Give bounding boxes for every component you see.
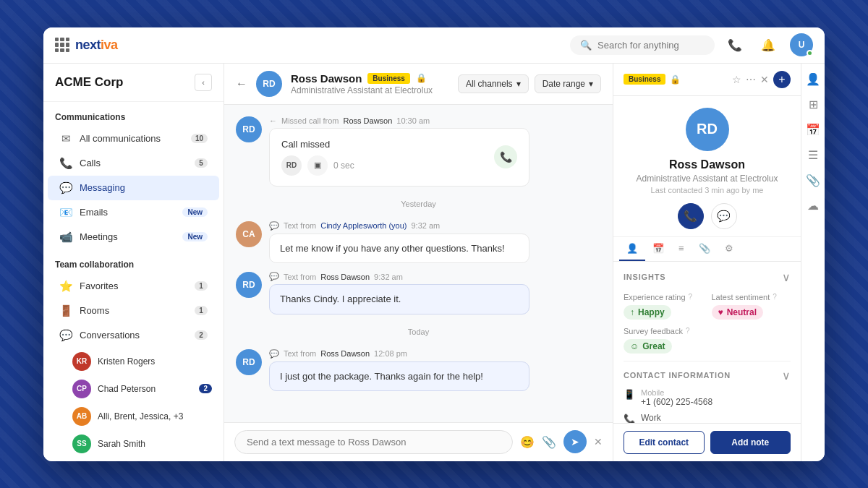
calls-badge: 5	[195, 158, 208, 168]
sidebar-item-calls[interactable]: 📞 Calls 5	[48, 151, 219, 176]
tab-settings[interactable]: ⚙	[718, 237, 741, 261]
tab-attachments[interactable]: 📎	[692, 237, 718, 261]
conv-chad-peterson[interactable]: CP Chad Peterson 2	[43, 375, 224, 403]
attachment-far-icon[interactable]: 📎	[806, 174, 820, 187]
help-icon: ?	[686, 327, 690, 335]
more-options-icon[interactable]: ⋯	[746, 74, 756, 85]
text-icon: 💬	[269, 221, 279, 231]
topbar-icons: 📞 🔔 U	[723, 33, 813, 56]
insights-collapse-icon[interactable]: ∨	[782, 270, 791, 284]
add-button[interactable]: +	[773, 71, 791, 88]
sentiment-value: ♥ Neutral	[712, 305, 763, 320]
collapse-sidebar-button[interactable]: ‹	[195, 74, 212, 91]
msg-meta: 💬 Text from Ross Dawson 9:32 am	[269, 272, 601, 281]
msg-bubble: Thanks Cindy. I appreciate it.	[269, 284, 529, 314]
sidebar-item-label: Calls	[80, 158, 187, 168]
tab-calendar[interactable]: 📅	[645, 237, 671, 261]
edit-contact-button[interactable]: Edit contact	[624, 431, 705, 454]
add-note-button[interactable]: Add note	[710, 431, 791, 454]
sidebar-item-favorites[interactable]: ⭐ Favorites 1	[48, 274, 219, 299]
contact-info-collapse-icon[interactable]: ∨	[782, 369, 791, 382]
work-icon: 📞	[624, 414, 635, 423]
conv-badge: 2	[199, 384, 212, 393]
msg-avatar: RD	[236, 116, 262, 142]
contact-avatar-large: RD	[686, 108, 729, 151]
date-range-label: Date range	[542, 79, 585, 89]
msg-time: 9:32 am	[374, 273, 403, 281]
clear-button[interactable]: ✕	[594, 436, 603, 448]
sidebar-header: ACME Corp ‹	[43, 64, 224, 102]
user-far-icon[interactable]: 👤	[806, 72, 820, 86]
rooms-badge: 1	[195, 306, 208, 315]
conv-avatar: KR	[72, 352, 91, 371]
tab-profile[interactable]: 👤	[619, 237, 645, 261]
lock-icon: 🔒	[670, 74, 681, 85]
message-action-button[interactable]: 💬	[711, 203, 737, 229]
emails-new-badge: New	[182, 207, 208, 217]
meetings-new-badge: New	[182, 232, 208, 241]
contact-avatar: RD	[256, 71, 282, 97]
contact-title: Administrative Assistant at Electrolux	[291, 85, 449, 95]
conv-sarah-smith[interactable]: SS Sarah Smith	[43, 430, 224, 458]
sidebar-item-emails[interactable]: 📧 Emails New	[48, 200, 219, 225]
conv-avatar: AB	[72, 407, 91, 426]
grid-icon[interactable]	[55, 38, 69, 52]
rooms-icon: 🚪	[59, 304, 72, 317]
sidebar-item-all-communications[interactable]: ✉ All communications 10	[48, 127, 219, 151]
phone-action-button[interactable]: 📞	[678, 203, 704, 229]
sidebar-item-meetings[interactable]: 📹 Meetings New	[48, 225, 219, 249]
recording-duration: 0 sec	[333, 160, 354, 171]
search-input[interactable]	[597, 40, 699, 51]
missed-call-label: Call missed	[281, 139, 354, 150]
mobile-info: 📱 Mobile +1 (602) 225-4568	[624, 388, 791, 407]
grid-far-icon[interactable]: ⊞	[809, 98, 818, 111]
experience-rating-label: Experience rating ?	[624, 293, 703, 301]
profile-tabs: 👤 📅 ≡ 📎 ⚙	[613, 237, 801, 262]
back-button[interactable]: ←	[236, 77, 247, 90]
text-icon: 💬	[269, 349, 279, 359]
phone-icon[interactable]: 📞	[723, 33, 746, 56]
msg-meta: ← Missed call from Ross Dawson 10:30 am	[269, 116, 601, 125]
calendar-far-icon[interactable]: 📅	[806, 123, 820, 137]
message-group-ross-2: RD 💬 Text from Ross Dawson 12:08 pm I ju…	[236, 349, 601, 392]
conv-kristen-rogers[interactable]: KR Kristen Rogers	[43, 348, 224, 375]
team-collaboration-label: Team collaboration	[43, 249, 224, 274]
play-button[interactable]: ▣	[307, 155, 328, 176]
user-avatar[interactable]: U	[790, 33, 813, 56]
mobile-label: Mobile	[641, 388, 712, 397]
sidebar-item-rooms[interactable]: 🚪 Rooms 1	[48, 299, 219, 323]
work-info: 📞 Work	[624, 413, 791, 423]
list-far-icon[interactable]: ☰	[808, 148, 818, 162]
msg-meta: 💬 Text from Cindy Applesworth (you) 9:32…	[269, 221, 601, 231]
conv-will-williams[interactable]: WW Will Williams	[43, 458, 224, 461]
emoji-button[interactable]: 😊	[520, 435, 535, 449]
contact-name-row: Ross Dawson Business 🔒	[291, 72, 449, 85]
send-button[interactable]: ➤	[563, 430, 587, 453]
channel-selector[interactable]: All channels ▾	[458, 74, 529, 93]
right-panel: Business 🔒 ☆ ⋯ ✕ + RD Ross Dawson Admini…	[613, 64, 801, 461]
close-icon[interactable]: ✕	[760, 74, 769, 85]
conv-name: Chad Peterson	[98, 384, 192, 394]
contact-profile: RD Ross Dawson Administrative Assistant …	[613, 96, 801, 237]
contact-badge-row: Business 🔒	[624, 74, 681, 85]
day-divider-today: Today	[236, 328, 601, 336]
contact-info-title: CONTACT INFORMATION	[624, 371, 731, 380]
search-bar[interactable]: 🔍	[570, 35, 715, 55]
chat-input[interactable]	[234, 430, 513, 454]
messaging-icon: 💬	[59, 181, 72, 194]
date-range-selector[interactable]: Date range ▾	[535, 74, 601, 93]
sidebar-item-label: Emails	[80, 207, 175, 218]
main-layout: ACME Corp ‹ Communications ✉ All communi…	[43, 64, 825, 461]
sidebar-item-conversations[interactable]: 💬 Conversations 2	[48, 323, 219, 348]
help-icon: ?	[773, 293, 777, 301]
cloud-far-icon[interactable]: ☁	[807, 199, 819, 213]
bell-icon[interactable]: 🔔	[757, 33, 780, 56]
happy-icon: ↑	[630, 307, 634, 317]
star-icon[interactable]: ☆	[732, 74, 741, 85]
sidebar-item-label: All communications	[80, 133, 184, 144]
conv-group[interactable]: AB Alli, Brent, Jessica, +3	[43, 403, 224, 430]
tab-notes[interactable]: ≡	[671, 237, 692, 261]
attachment-button[interactable]: 📎	[542, 435, 556, 449]
sidebar-item-messaging[interactable]: 💬 Messaging	[48, 176, 219, 200]
conv-avatar: SS	[72, 435, 91, 453]
